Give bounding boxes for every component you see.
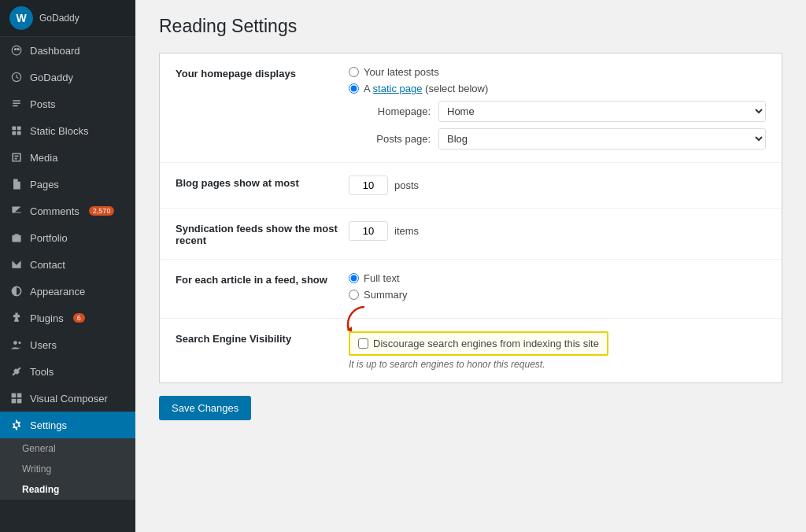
sidebar-item-godaddy[interactable]: GoDaddy — [0, 64, 135, 91]
svg-rect-3 — [12, 131, 16, 135]
homepage-select-label: Homepage: — [368, 105, 431, 117]
static-page-link[interactable]: static page — [373, 83, 423, 94]
search-visibility-row: Search Engine Visibility Discourage sear… — [160, 319, 782, 382]
feed-full-text-option: Full text — [349, 272, 766, 284]
pages-icon — [9, 177, 24, 191]
svg-rect-10 — [12, 399, 17, 404]
comments-badge: 2,570 — [89, 206, 115, 216]
feed-article-row: For each article in a feed, show Full te… — [160, 260, 782, 319]
dashboard-icon — [9, 43, 24, 57]
static-blocks-icon — [9, 124, 24, 138]
sidebar-header: W GoDaddy — [0, 0, 135, 37]
sidebar-item-reading[interactable]: Reading — [0, 479, 135, 500]
search-visibility-hint: It is up to search engines to honor this… — [349, 359, 766, 370]
sidebar-item-general[interactable]: General — [0, 438, 135, 459]
sidebar-item-plugins[interactable]: Plugins 6 — [0, 305, 135, 331]
sidebar-item-tools-label: Tools — [30, 366, 54, 378]
sidebar-item-plugins-label: Plugins — [30, 312, 64, 324]
sidebar-item-users-label: Users — [30, 339, 57, 351]
save-changes-button[interactable]: Save Changes — [159, 396, 251, 420]
sidebar-item-writing[interactable]: Writing — [0, 459, 135, 479]
sidebar-item-general-label: General — [22, 443, 56, 454]
users-icon — [9, 338, 24, 352]
sidebar-item-portfolio[interactable]: Portfolio — [0, 224, 135, 251]
sidebar-item-users[interactable]: Users — [0, 331, 135, 358]
svg-rect-5 — [12, 235, 20, 242]
radio-summary[interactable] — [349, 290, 359, 300]
search-visibility-checkbox[interactable] — [358, 338, 368, 349]
wordpress-logo: W — [9, 6, 33, 30]
radio-latest-posts-option: Your latest posts — [349, 66, 766, 78]
radio-latest-posts-label: Your latest posts — [364, 66, 439, 78]
sidebar-item-pages[interactable]: Pages — [0, 171, 135, 198]
media-icon — [9, 150, 24, 164]
syndication-number-row: items — [349, 221, 766, 241]
homepage-select[interactable]: Home — [438, 101, 766, 122]
plugins-badge: 6 — [73, 313, 85, 323]
search-visibility-control: Discourage search engines from indexing … — [349, 331, 766, 370]
syndication-input[interactable] — [349, 221, 388, 241]
sidebar-item-tools[interactable]: Tools — [0, 358, 135, 385]
radio-static-page-option: A static page (select below) — [349, 83, 766, 94]
sidebar-item-comments-label: Comments — [30, 205, 79, 217]
blog-pages-row: Blog pages show at most posts — [160, 163, 782, 209]
sidebar-item-media[interactable]: Media — [0, 144, 135, 171]
radio-full-text[interactable] — [349, 273, 359, 283]
feed-article-control: Full text Summary — [349, 272, 766, 305]
sidebar-item-godaddy-label: GoDaddy — [30, 72, 73, 83]
sidebar-item-contact-label: Contact — [30, 259, 65, 271]
sidebar-item-posts[interactable]: Posts — [0, 91, 135, 117]
posts-page-select[interactable]: Blog — [438, 128, 766, 150]
sidebar-item-contact[interactable]: Contact — [0, 251, 135, 278]
blog-pages-number-row: posts — [349, 175, 766, 195]
blog-pages-suffix: posts — [394, 179, 419, 191]
blog-pages-input[interactable] — [349, 175, 388, 195]
godaddy-icon — [9, 70, 24, 84]
feed-full-text-label: Full text — [364, 272, 400, 284]
sidebar-item-pages-label: Pages — [30, 179, 59, 190]
homepage-displays-label: Your homepage displays — [176, 66, 349, 79]
homepage-select-row: Homepage: Home — [368, 101, 766, 122]
sidebar-item-appearance-label: Appearance — [30, 286, 85, 297]
syndication-suffix: items — [394, 225, 419, 237]
svg-rect-9 — [17, 393, 22, 398]
site-name: GoDaddy — [39, 13, 79, 24]
sidebar-item-media-label: Media — [30, 152, 57, 164]
settings-icon — [9, 418, 24, 432]
blog-pages-label: Blog pages show at most — [176, 175, 349, 189]
syndication-control: items — [349, 221, 766, 241]
portfolio-icon — [9, 231, 24, 245]
homepage-displays-row: Your homepage displays Your latest posts… — [160, 54, 782, 163]
comments-icon — [9, 204, 24, 218]
contact-icon — [9, 257, 24, 272]
checkbox-discourage-label: Discourage search engines from indexing … — [373, 338, 599, 349]
sidebar-item-reading-label: Reading — [22, 484, 59, 495]
sidebar-item-static-blocks[interactable]: Static Blocks — [0, 117, 135, 144]
blog-pages-control: posts — [349, 175, 766, 195]
sidebar-item-settings[interactable]: Settings — [0, 412, 135, 438]
sidebar-item-comments[interactable]: Comments 2,570 — [0, 198, 135, 224]
visual-composer-icon — [9, 391, 24, 405]
syndication-label: Syndication feeds show the most recent — [176, 221, 349, 246]
page-title: Reading Settings — [159, 16, 782, 37]
sidebar-item-posts-label: Posts — [30, 98, 56, 110]
appearance-icon — [9, 284, 24, 298]
homepage-displays-control: Your latest posts A static page (select … — [349, 66, 766, 150]
svg-rect-4 — [17, 131, 21, 135]
sidebar-item-dashboard[interactable]: Dashboard — [0, 37, 135, 64]
settings-submenu: General Writing Reading — [0, 438, 135, 500]
sidebar-item-dashboard-label: Dashboard — [30, 45, 80, 57]
sidebar-item-visual-composer[interactable]: Visual Composer — [0, 385, 135, 412]
feed-summary-label: Summary — [364, 289, 408, 301]
arrow-wrapper: Discourage search engines from indexing … — [349, 331, 608, 356]
radio-static-page[interactable] — [349, 83, 359, 94]
syndication-row: Syndication feeds show the most recent i… — [160, 209, 782, 260]
search-visibility-label: Search Engine Visibility — [176, 331, 349, 345]
svg-rect-11 — [17, 399, 22, 404]
posts-icon — [9, 97, 24, 111]
sidebar-item-appearance[interactable]: Appearance — [0, 278, 135, 305]
svg-rect-8 — [12, 393, 17, 398]
svg-rect-1 — [12, 126, 16, 130]
radio-latest-posts[interactable] — [349, 67, 359, 77]
radio-static-page-label: A static page (select below) — [364, 83, 488, 94]
